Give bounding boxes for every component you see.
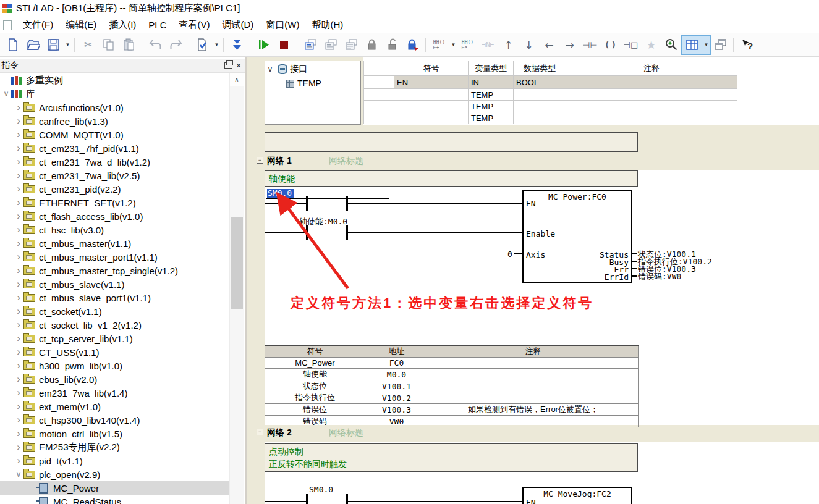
float-panel-icon[interactable] <box>224 62 232 69</box>
chevron-down-icon[interactable]: ∨ <box>14 471 23 477</box>
tree-item-motion-ctrl-lib-v1-5[interactable]: ›motion_ctrl_lib(v1.5) <box>0 427 229 440</box>
line-left-icon[interactable]: ← <box>539 36 559 54</box>
var-cell-comment[interactable] <box>566 89 737 101</box>
symbol-cell-symbol[interactable]: 状态位 <box>265 380 365 392</box>
tree-item-mc-readstatus[interactable]: MC_ReadStatus <box>0 495 229 504</box>
scrollbar-up-icon[interactable]: ∧ <box>230 74 244 86</box>
tree-item-ct-em231-7wa-lib-v2-5[interactable]: ›ct_em231_7wa_lib(v2.5) <box>0 169 229 182</box>
network2-contact-bar-icon[interactable] <box>346 494 348 504</box>
tree-item-em231-7wa-lib-v1-4[interactable]: ›em231_7wa_lib(v1.4) <box>0 386 229 400</box>
chevron-right-icon[interactable]: › <box>14 200 23 206</box>
tree-item-ct-mbus-master-v1-1[interactable]: ›ct_mbus_master(v1.1) <box>0 237 229 250</box>
chevron-right-icon[interactable]: › <box>14 295 23 301</box>
tree-item-1[interactable]: ∨库 <box>0 87 229 101</box>
menu-plc[interactable]: PLC <box>142 18 172 32</box>
tree-item-em253-v2-2[interactable]: ›EM253专用库(v2.2) <box>0 440 229 454</box>
var-cell-var_type[interactable]: TEMP <box>469 112 514 124</box>
chevron-right-icon[interactable]: › <box>14 145 23 151</box>
insert-network-dropdown[interactable]: ▼ <box>449 36 457 54</box>
symbol-cell-address[interactable]: M0.0 <box>365 369 428 380</box>
view-blocks-2-icon[interactable] <box>321 36 341 54</box>
mc-movejog-block[interactable]: MC_MoveJog:FC2 EN <box>522 487 632 504</box>
stop-icon[interactable] <box>274 36 294 54</box>
symbol-cell-symbol[interactable]: MC_Power <box>265 358 365 369</box>
symbol-cell-comment[interactable] <box>428 358 639 369</box>
menu-window[interactable]: 窗口(W) <box>260 17 305 33</box>
chevron-right-icon[interactable]: › <box>14 159 23 165</box>
var-col-header[interactable]: 变量类型 <box>469 61 514 76</box>
tree-item-plc-open-v2-9[interactable]: ∨plc_open(v2.9) <box>0 468 229 481</box>
tree-item-0[interactable]: 多重实例 <box>0 74 229 87</box>
tree-item-comm-mqtt-v1-0[interactable]: ›COMM_MQTT(v1.0) <box>0 128 229 141</box>
var-cell-symbol[interactable] <box>394 89 469 101</box>
chevron-right-icon[interactable]: › <box>14 132 23 138</box>
block-input-en[interactable]: EN <box>526 200 536 208</box>
chevron-right-icon[interactable]: › <box>14 104 23 111</box>
delete-network-icon[interactable]: HH()⊢× <box>457 36 478 54</box>
scrollbar-thumb[interactable] <box>231 217 243 309</box>
insert-network-icon[interactable]: HH()⊢+ <box>429 36 449 54</box>
copy-icon[interactable] <box>98 36 119 54</box>
sidebar-scrollbar[interactable]: ∧ <box>229 74 244 504</box>
symbol-cell-symbol[interactable]: 错误码 <box>265 416 365 427</box>
chevron-right-icon[interactable]: › <box>14 186 23 192</box>
chevron-down-icon[interactable]: ∨ <box>1 91 11 97</box>
new-file-icon[interactable] <box>2 36 23 54</box>
tree-item-ct-socket-lib-v1-2-v1-2[interactable]: ›ct_socket_lib_v1_2(v1.2) <box>0 318 229 332</box>
tree-item-ext-mem-v1-0[interactable]: ›ext_mem(v1.0) <box>0 400 229 413</box>
tree-item-ct-mbus-slave-v1-1[interactable]: ›ct_mbus_slave(v1.1) <box>0 277 229 291</box>
menu-view[interactable]: 查看(V) <box>173 17 216 33</box>
contact1-bar-icon[interactable] <box>346 196 348 211</box>
menu-insert[interactable]: 插入(I) <box>103 17 142 33</box>
var-cell-data_type[interactable] <box>514 101 566 112</box>
tree-item-ct-em231-pid-v2-2[interactable]: ›ct_em231_pid(v2.2) <box>0 182 229 196</box>
row-number-cell[interactable] <box>364 76 394 89</box>
tree-item-ct-hsc-lib-v3-0[interactable]: ›ct_hsc_lib(v3.0) <box>0 223 229 237</box>
chevron-right-icon[interactable]: › <box>14 430 23 437</box>
contact2-bar-icon[interactable] <box>346 225 348 240</box>
network1-collapse-icon[interactable]: − <box>257 157 263 164</box>
close-panel-icon[interactable]: × <box>232 61 245 70</box>
tree-item-pid-t-v1-1[interactable]: ›pid_t(v1.1) <box>0 454 229 468</box>
redo-icon[interactable] <box>166 36 186 54</box>
symbol-cell-comment[interactable] <box>428 380 639 392</box>
network1-title-placeholder[interactable]: 网络标题 <box>329 156 363 167</box>
chevron-right-icon[interactable]: › <box>14 458 23 464</box>
symbol-table-view-icon[interactable] <box>682 36 702 54</box>
chevron-right-icon[interactable]: › <box>14 308 23 314</box>
open-file-icon[interactable] <box>23 36 43 54</box>
row-number-cell[interactable] <box>364 112 394 124</box>
operand-selection-box[interactable]: SM0.0 <box>266 188 389 199</box>
row-number-cell[interactable] <box>364 89 394 101</box>
insert-box-icon[interactable]: ⊣□ <box>621 36 641 54</box>
var-cell-comment[interactable] <box>566 112 737 124</box>
chevron-right-icon[interactable]: › <box>14 444 23 450</box>
chevron-right-icon[interactable]: › <box>14 240 23 246</box>
chevron-right-icon[interactable]: › <box>14 227 23 233</box>
zoom-icon[interactable] <box>661 36 682 54</box>
symbol-cell-comment[interactable]: 如果检测到有错误，Error位被置位； <box>428 404 639 416</box>
chevron-right-icon[interactable]: › <box>14 335 23 342</box>
save-icon[interactable] <box>43 36 64 54</box>
tree-item-mc-power[interactable]: MC_Power <box>0 481 229 495</box>
var-cell-symbol[interactable] <box>394 101 469 112</box>
chevron-down-icon[interactable]: ∨ <box>265 66 275 72</box>
chevron-right-icon[interactable]: › <box>14 322 23 328</box>
pou-comment-box[interactable] <box>265 132 638 152</box>
var-cell-var_type[interactable]: TEMP <box>469 101 514 112</box>
download-icon[interactable] <box>227 36 247 54</box>
tree-item-ct-em231-7wa-d-lib-v1-2[interactable]: ›ct_em231_7wa_d_lib(v1.2) <box>0 155 229 169</box>
favorite-icon[interactable]: ★ <box>641 36 661 54</box>
undo-icon[interactable] <box>145 36 166 54</box>
var-cell-data_type[interactable] <box>514 112 566 124</box>
insert-coil-icon[interactable]: ( ) <box>600 36 621 54</box>
block-input-axis[interactable]: Axis <box>526 251 545 259</box>
var-cell-data_type[interactable] <box>514 89 566 101</box>
tree-item-ct-flash-access-lib-v1-0[interactable]: ›ct_flash_access_lib(v1.0) <box>0 209 229 223</box>
chevron-right-icon[interactable]: › <box>14 403 23 410</box>
var-cell-comment[interactable] <box>566 101 737 112</box>
contact1-operand[interactable]: SM0.0 <box>267 189 294 198</box>
tree-item-ct-tcp-server-lib-v1-1[interactable]: ›ct_tcp_server_lib(v1.1) <box>0 332 229 345</box>
chevron-right-icon[interactable]: › <box>14 376 23 382</box>
symbol-cell-address[interactable]: V100.2 <box>365 392 428 404</box>
